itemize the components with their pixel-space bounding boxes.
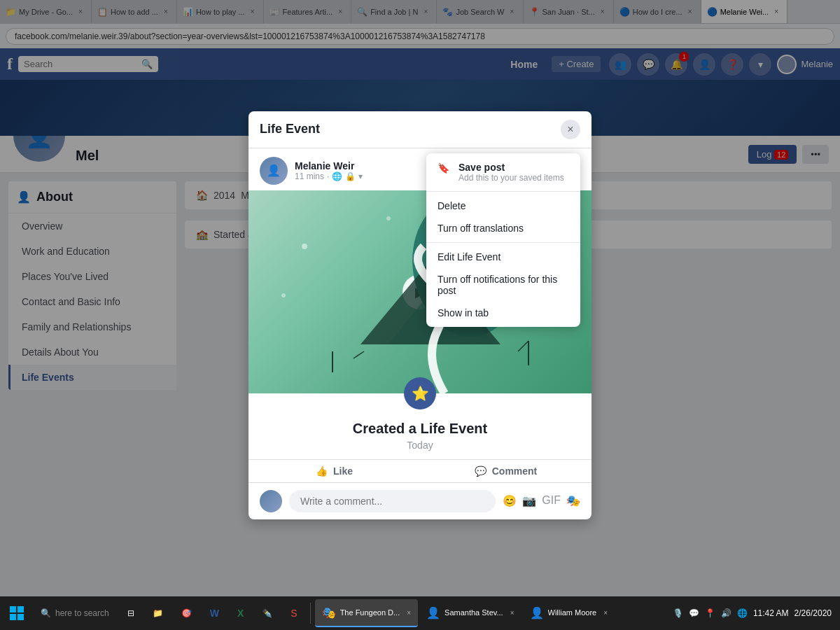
comment-area: 😊 📷 GIF 🎭 (248, 483, 592, 519)
excel-button[interactable]: X (229, 600, 252, 626)
comment-avatar (260, 490, 282, 512)
taskbar-date: 2/26/2020 (794, 608, 832, 618)
samantha-icon: 👤 (426, 606, 440, 620)
translations-label: Turn off translations (438, 223, 524, 234)
life-event-modal: Life Event × 👤 Melanie Weir 11 mins · 🌐 … (248, 111, 592, 519)
svg-line-10 (354, 351, 364, 358)
life-event-title: Created a Life Event (260, 421, 580, 437)
post-lock-icon: 🔒 (345, 172, 356, 181)
comment-label: Comment (492, 465, 538, 477)
post-actions: 👍 Like 💬 Comment (248, 460, 592, 483)
menu-divider-1 (426, 191, 580, 192)
notifications-label: Turn off notifications for this post (438, 274, 569, 296)
post-chevron-icon: ▾ (358, 172, 363, 181)
word-button[interactable]: W (202, 600, 227, 626)
svg-rect-15 (18, 614, 24, 620)
photo-icon[interactable]: 📷 (522, 494, 536, 507)
life-event-body: Created a Life Event Today (248, 410, 592, 460)
svg-rect-12 (10, 606, 16, 612)
taskbar-william[interactable]: 👤 William Moore × (523, 599, 615, 627)
task-view-icon: ⊟ (127, 608, 134, 618)
speech-icon[interactable]: 💬 (689, 608, 699, 618)
william-icon: 👤 (530, 606, 544, 620)
post-privacy-icon: 🌐 (332, 172, 342, 181)
context-menu-translations[interactable]: Turn off translations (426, 217, 580, 239)
like-label: Like (333, 465, 353, 477)
life-event-icon: ⭐ (404, 377, 436, 410)
bookmark-icon: 🔖 (438, 162, 451, 176)
search-taskbar-icon: 🔍 (41, 608, 51, 618)
show-tab-label: Show in tab (438, 307, 489, 318)
svg-rect-14 (10, 614, 16, 620)
excel-icon: X (237, 608, 244, 619)
svg-point-1 (281, 293, 286, 298)
task-view-button[interactable]: ⊟ (119, 600, 143, 626)
comment-icons: 😊 📷 GIF 🎭 (503, 494, 580, 507)
context-menu-show-tab[interactable]: Show in tab (426, 302, 580, 324)
save-post-content: Save post Add this to your saved items (458, 162, 564, 183)
cortana-button[interactable]: 🎯 (173, 600, 200, 626)
like-icon: 👍 (316, 465, 328, 477)
svg-rect-13 (18, 606, 24, 612)
context-menu-notifications[interactable]: Turn off notifications for this post (426, 268, 580, 302)
svg-line-11 (518, 341, 528, 351)
sticker-icon[interactable]: 🎭 (566, 494, 580, 507)
taskbar-separator (310, 603, 311, 624)
life-event-date: Today (260, 440, 580, 451)
fungeon-close[interactable]: × (407, 609, 411, 617)
cortana-icon: 🎯 (181, 608, 192, 618)
inking-button[interactable]: ✒️ (253, 600, 281, 626)
snagit-icon: S (290, 608, 297, 619)
taskbar-right: 🎙️ 💬 📍 🔊 🌐 11:42 AM 2/26/2020 (673, 608, 837, 618)
comment-icon: 💬 (475, 465, 486, 477)
inking-icon: ✒️ (262, 608, 272, 618)
modal-overlay[interactable]: Life Event × 👤 Melanie Weir 11 mins · 🌐 … (0, 0, 840, 630)
context-menu-delete[interactable]: Delete (426, 195, 580, 217)
svg-point-3 (386, 216, 391, 220)
emoji-icon[interactable]: 😊 (503, 494, 517, 507)
network-icon[interactable]: 🌐 (737, 608, 748, 618)
svg-point-0 (302, 244, 307, 249)
windows-icon (10, 606, 24, 620)
save-post-label: Save post (458, 162, 564, 173)
like-button[interactable]: 👍 Like (248, 460, 420, 482)
context-menu-edit-event[interactable]: Edit Life Event (426, 246, 580, 268)
mic-icon[interactable]: 🎙️ (673, 608, 683, 618)
file-explorer-icon: 📁 (153, 608, 163, 618)
file-explorer-button[interactable]: 📁 (144, 600, 172, 626)
save-post-subtitle: Add this to your saved items (458, 173, 564, 183)
modal-header: Life Event × (248, 111, 592, 148)
word-icon: W (210, 608, 219, 619)
post-avatar: 👤 (260, 157, 288, 185)
samantha-close[interactable]: × (510, 609, 514, 617)
post-dot: · (327, 172, 329, 181)
delete-label: Delete (438, 200, 465, 211)
context-menu: 🔖 Save post Add this to your saved items… (426, 153, 580, 327)
edit-event-label: Edit Life Event (438, 251, 500, 262)
william-close[interactable]: × (603, 609, 608, 617)
search-taskbar-button[interactable]: 🔍 here to search (32, 600, 118, 626)
modal-close-button[interactable]: × (561, 120, 580, 139)
taskbar-fungeon[interactable]: 🎭 The Fungeon D... × (315, 599, 418, 627)
fungeon-label: The Fungeon D... (340, 608, 400, 617)
gif-icon[interactable]: GIF (542, 494, 561, 507)
context-menu-save-post[interactable]: 🔖 Save post Add this to your saved items (426, 156, 580, 188)
post-time: 11 mins (295, 172, 324, 181)
comment-button[interactable]: 💬 Comment (420, 460, 592, 482)
volume-icon[interactable]: 🔊 (721, 608, 732, 618)
taskbar-time: 11:42 AM (753, 608, 789, 618)
start-button[interactable] (3, 599, 31, 627)
fungeon-icon: 🎭 (322, 606, 336, 620)
snagit-button[interactable]: S (282, 600, 305, 626)
taskbar-samantha[interactable]: 👤 Samantha Stev... × (419, 599, 521, 627)
location-icon[interactable]: 📍 (705, 608, 715, 618)
taskbar: 🔍 here to search ⊟ 📁 🎯 W X ✒️ S 🎭 The Fu… (0, 596, 840, 630)
modal-title: Life Event (260, 122, 320, 136)
comment-input[interactable] (289, 490, 496, 512)
william-label: William Moore (548, 608, 597, 617)
samantha-label: Samantha Stev... (444, 608, 503, 617)
menu-divider-2 (426, 242, 580, 243)
search-taskbar-label: here to search (55, 608, 109, 618)
